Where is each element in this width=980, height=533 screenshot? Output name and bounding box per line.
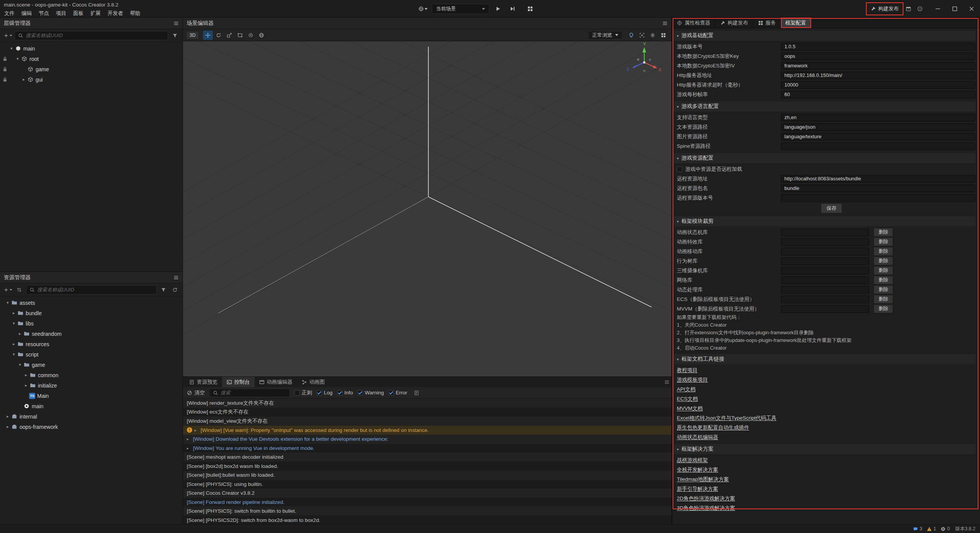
play-button[interactable]: [492, 4, 504, 14]
console-log-row[interactable]: ▸[Window] You are running Vue in develop…: [183, 444, 671, 453]
module-value-input[interactable]: [781, 305, 869, 313]
bundle-manager-button[interactable]: [903, 4, 914, 14]
collapse-logs-button[interactable]: [412, 388, 421, 397]
create-asset-button[interactable]: [3, 285, 12, 294]
checkbox-icon[interactable]: [317, 390, 322, 396]
move-tool-button[interactable]: [203, 31, 213, 40]
doc-link[interactable]: MVVM文档: [677, 405, 703, 412]
world-tool-button[interactable]: [256, 31, 266, 40]
section-header[interactable]: ▾游戏多语言配置: [674, 101, 975, 111]
doc-link[interactable]: ECS文档: [677, 396, 698, 402]
console-log-row[interactable]: [Scene] Forward render pipeline initiali…: [183, 498, 671, 507]
console-log-row[interactable]: [Scene] [box2d]:box2d wasm lib loaded.: [183, 462, 671, 471]
console-tab[interactable]: 控制台: [222, 377, 255, 387]
minimize-button[interactable]: [929, 0, 946, 18]
console-menu-button[interactable]: [662, 378, 671, 387]
console-log-row[interactable]: [Scene] [PHYSICS]: switch from builtin t…: [183, 507, 671, 516]
section-header[interactable]: ▾游戏基础配置: [674, 31, 975, 41]
checkbox-icon[interactable]: [358, 390, 363, 396]
doc-link[interactable]: 2D角色扮演游戏解决方案: [677, 495, 735, 502]
chevron-right-icon[interactable]: ▸: [17, 331, 23, 336]
tree-row[interactable]: ▾root: [0, 54, 183, 64]
preview-target-button[interactable]: [417, 4, 429, 14]
chevron-down-icon[interactable]: ▾: [11, 321, 17, 326]
chevron-right-icon[interactable]: ▸: [23, 373, 29, 378]
chevron-right-icon[interactable]: ▸: [5, 424, 11, 429]
close-button[interactable]: [963, 0, 980, 18]
hierarchy-filter-button[interactable]: [170, 31, 180, 40]
chevron-down-icon[interactable]: ▾: [8, 46, 15, 51]
delete-module-button[interactable]: 删除: [874, 285, 893, 294]
view-mode-select[interactable]: 正常浏览: [588, 31, 622, 39]
menu-item[interactable]: 开发者: [104, 10, 127, 17]
doc-link[interactable]: Excel格式转Json文件与TypeScript代码工具: [677, 415, 776, 422]
console-log-row[interactable]: [Scene] [PHYSICS2D]: switch from box2d-w…: [183, 516, 671, 525]
module-value-input[interactable]: [781, 257, 869, 265]
doc-link[interactable]: Tiledmap地图解决方案: [677, 476, 729, 483]
panel-menu-icon[interactable]: [173, 21, 179, 26]
tree-row[interactable]: ▸resources: [0, 339, 183, 349]
maximize-button[interactable]: [946, 0, 963, 18]
menu-item[interactable]: 文件: [1, 10, 18, 17]
delete-module-button[interactable]: 删除: [874, 276, 893, 284]
console-log-row[interactable]: [Window] model_view文件夹不存在: [183, 417, 671, 426]
console-log-row[interactable]: [Scene] [bullet]:bullet wasm lib loaded.: [183, 471, 671, 480]
chevron-down-icon[interactable]: ▾: [15, 56, 21, 61]
tree-row[interactable]: game: [0, 64, 183, 74]
checkbox-icon[interactable]: [389, 390, 394, 396]
help-button[interactable]: ?: [914, 4, 926, 14]
inspector-tab[interactable]: 构建发布: [715, 18, 753, 28]
console-log-row[interactable]: [Window] ecs文件夹不存在: [183, 408, 671, 417]
doc-link[interactable]: 3D角色扮演游戏解决方案: [677, 505, 735, 512]
console-log-row[interactable]: [Scene] Cocos Creator v3.8.2: [183, 489, 671, 498]
toggle-3d-button[interactable]: 3D: [186, 31, 199, 39]
console-log-row[interactable]: [Window] render_texture文件夹不存在: [183, 399, 671, 408]
chevron-right-icon[interactable]: ▸: [11, 342, 17, 347]
chevron-right-icon[interactable]: ▸: [5, 414, 11, 419]
console-log-row[interactable]: [Scene] meshopt wasm decoder initialized: [183, 453, 671, 462]
log-filter-warning[interactable]: Warning: [358, 390, 384, 396]
assets-search-input[interactable]: [37, 287, 153, 293]
regex-checkbox[interactable]: [294, 390, 300, 396]
config-value-input[interactable]: framework: [781, 62, 975, 70]
menu-item[interactable]: 编辑: [18, 10, 35, 17]
tree-row[interactable]: ▸seedrandom: [0, 329, 183, 339]
tree-row[interactable]: ▸common: [0, 370, 183, 380]
menu-item[interactable]: 项目: [52, 10, 70, 17]
tree-row[interactable]: main: [0, 401, 183, 411]
console-search-input[interactable]: [220, 390, 286, 396]
module-value-input[interactable]: [781, 238, 869, 246]
layout-button[interactable]: [524, 4, 536, 14]
hierarchy-search-input[interactable]: [26, 33, 165, 38]
tree-row[interactable]: TSMain: [0, 391, 183, 401]
step-button[interactable]: [507, 4, 518, 14]
remote-load-checkbox[interactable]: [677, 167, 682, 172]
chevron-down-icon[interactable]: ▾: [11, 352, 17, 357]
rect-tool-button[interactable]: [235, 31, 245, 40]
scene-viewport[interactable]: Y X Z: [183, 41, 671, 376]
chevron-down-icon[interactable]: ▾: [5, 300, 11, 305]
doc-link[interactable]: 动画状态机编辑器: [677, 434, 718, 441]
save-button[interactable]: 保存: [821, 203, 842, 213]
section-header[interactable]: ▾游戏资源配置: [674, 153, 975, 163]
tree-row[interactable]: ▸bundle: [0, 308, 183, 318]
tree-row[interactable]: ▸initialize: [0, 380, 183, 391]
assets-filter-button[interactable]: [159, 285, 168, 294]
panel-menu-icon[interactable]: [173, 275, 179, 280]
console-tab[interactable]: 动画编辑器: [255, 377, 297, 387]
chevron-right-icon[interactable]: ▸: [21, 77, 27, 82]
section-header[interactable]: ▾框架模块裁剪: [674, 216, 975, 226]
section-header[interactable]: ▾框架解决方案: [674, 444, 975, 454]
console-log-row[interactable]: [Scene] [PHYSICS]: using builtin.: [183, 480, 671, 489]
module-value-input[interactable]: [781, 296, 869, 303]
console-tab[interactable]: 资源预览: [185, 377, 222, 387]
chevron-right-icon[interactable]: ▸: [194, 428, 198, 432]
pivot-tool-button[interactable]: [246, 31, 256, 40]
regex-toggle[interactable]: 正则: [294, 389, 312, 396]
config-value-input[interactable]: http://192.168.0.150/main/: [781, 72, 975, 79]
assets-sort-button[interactable]: [15, 285, 24, 294]
config-value-input[interactable]: [781, 142, 975, 150]
log-filter-error[interactable]: Error: [389, 390, 407, 396]
console-log-row[interactable]: ▸[Window] Download the Vue Devtools exte…: [183, 435, 671, 444]
scale-tool-button[interactable]: [224, 31, 234, 40]
